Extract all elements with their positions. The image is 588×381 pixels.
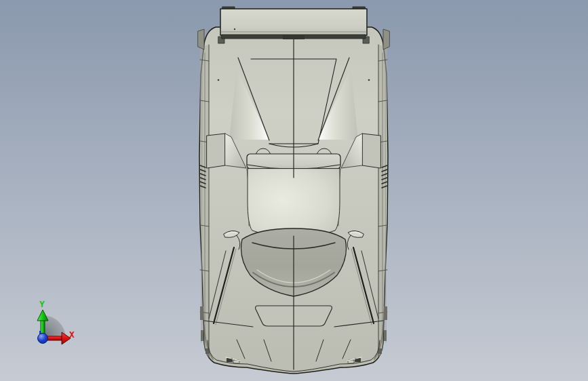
x-axis-label: X bbox=[69, 329, 75, 340]
y-axis-label: Y bbox=[39, 299, 45, 309]
wing-center-mount bbox=[283, 35, 305, 39]
origin-sphere bbox=[38, 334, 48, 344]
car-model[interactable] bbox=[198, 7, 389, 374]
cad-viewport[interactable]: Y X bbox=[0, 0, 588, 381]
side-pod bbox=[207, 134, 225, 168]
rear-wing bbox=[220, 9, 367, 39]
cabin-panel bbox=[248, 169, 340, 238]
